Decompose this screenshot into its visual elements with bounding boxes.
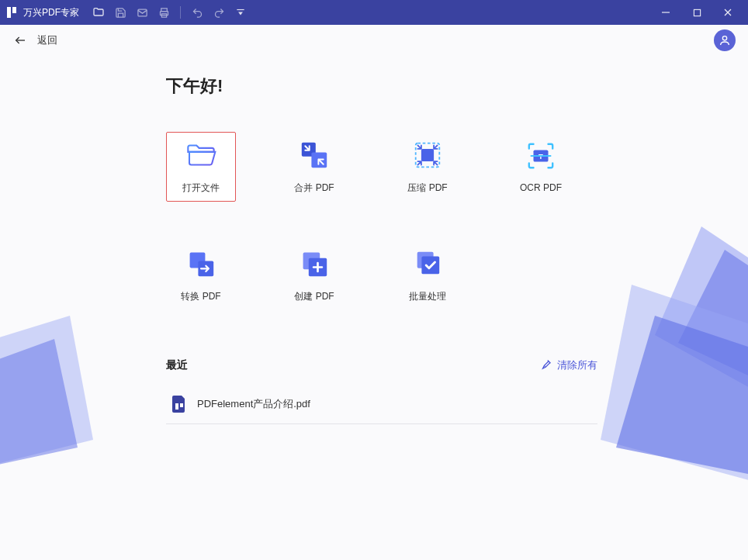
svg-rect-6 [237, 9, 244, 10]
clear-all-button[interactable]: 清除所有 [541, 358, 597, 372]
greeting-title: 下午好! [166, 74, 597, 98]
decor-shape-br [601, 285, 748, 486]
compress-icon [412, 140, 443, 171]
svg-point-13 [722, 36, 726, 40]
merge-icon [299, 140, 330, 171]
convert-pdf-label: 转换 PDF [181, 290, 220, 303]
mail-icon[interactable] [132, 2, 152, 22]
clear-all-label: 清除所有 [557, 358, 597, 372]
open-icon[interactable] [88, 2, 109, 22]
folder-open-icon [185, 140, 216, 171]
svg-marker-36 [0, 339, 78, 471]
back-button[interactable]: 返回 [12, 33, 57, 47]
action-grid-row2: 转换 PDF 创建 PDF [166, 240, 597, 310]
ocr-icon: T [525, 140, 556, 171]
titlebar: 万兴PDF专家 [0, 0, 748, 25]
svg-marker-32 [678, 250, 748, 397]
save-icon[interactable] [110, 2, 130, 22]
app-logo-icon [5, 5, 19, 19]
svg-rect-9 [694, 9, 700, 16]
svg-rect-17 [421, 148, 434, 161]
window-minimize-button[interactable] [650, 0, 681, 25]
redo-icon[interactable] [209, 2, 229, 22]
undo-icon[interactable] [187, 2, 207, 22]
create-icon [299, 248, 330, 279]
window-close-button[interactable] [712, 0, 743, 25]
batch-label: 批量处理 [409, 290, 446, 303]
recent-list: PDFelement产品介绍.pdf [166, 391, 597, 424]
recent-file-name: PDFelement产品介绍.pdf [197, 397, 310, 411]
action-grid-row1: 打开文件 合并 PDF [166, 132, 597, 202]
merge-pdf-card[interactable]: 合并 PDF [279, 132, 349, 202]
compress-pdf-label: 压缩 PDF [407, 181, 447, 195]
recent-file-item[interactable]: PDFelement产品介绍.pdf [166, 391, 597, 417]
svg-marker-35 [0, 316, 93, 471]
app-title: 万兴PDF专家 [23, 6, 79, 19]
user-avatar-button[interactable] [714, 29, 736, 51]
batch-icon [412, 248, 443, 279]
broom-icon [541, 358, 552, 372]
svg-rect-29 [175, 403, 178, 410]
window-maximize-button[interactable] [681, 0, 712, 25]
dropdown-icon[interactable] [230, 2, 251, 22]
decor-shape-tr [655, 226, 748, 413]
svg-marker-34 [616, 316, 748, 479]
app-logo-group: 万兴PDF专家 [5, 5, 88, 19]
open-file-label: 打开文件 [182, 181, 220, 195]
svg-rect-0 [7, 7, 11, 18]
create-pdf-label: 创建 PDF [294, 290, 334, 303]
open-file-card[interactable]: 打开文件 [166, 132, 236, 202]
ocr-pdf-label: OCR PDF [520, 182, 562, 193]
batch-card[interactable]: 批量处理 [393, 240, 462, 310]
svg-marker-7 [238, 12, 243, 15]
content-area: 下午好! 打开文件 [0, 56, 748, 424]
create-pdf-card[interactable]: 创建 PDF [279, 240, 349, 310]
back-label: 返回 [37, 33, 57, 47]
ocr-pdf-card[interactable]: T OCR PDF [506, 132, 576, 202]
subbar: 返回 [0, 25, 748, 56]
svg-marker-33 [601, 285, 748, 486]
svg-rect-1 [12, 7, 16, 13]
convert-icon [185, 248, 216, 279]
toolbar-icons [88, 2, 251, 22]
convert-pdf-card[interactable]: 转换 PDF [166, 240, 236, 310]
svg-marker-31 [655, 226, 748, 413]
svg-rect-30 [180, 403, 183, 407]
merge-pdf-label: 合并 PDF [294, 181, 334, 195]
toolbar-divider [180, 6, 181, 19]
print-icon[interactable] [154, 2, 174, 22]
recent-header: 最近 清除所有 [166, 358, 597, 372]
pdf-file-icon [172, 396, 188, 413]
compress-pdf-card[interactable]: 压缩 PDF [393, 132, 462, 202]
decor-shape-bl [0, 316, 93, 471]
recent-title: 最近 [166, 358, 188, 372]
